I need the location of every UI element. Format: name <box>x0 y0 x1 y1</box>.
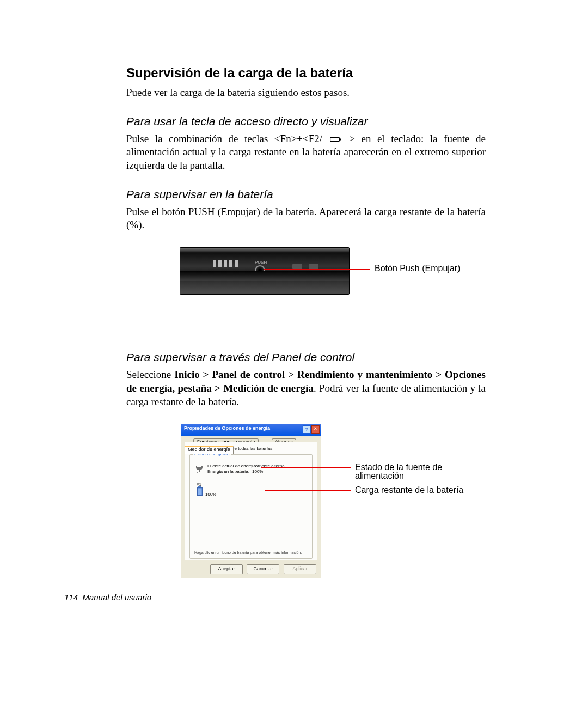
callout-push: Botón Push (Empujar) <box>375 264 460 273</box>
heading-main: Supervisión de la carga de la batería <box>126 65 486 81</box>
figure-dialog: Propiedades de Opciones de energía ? × C… <box>181 424 486 582</box>
callout-source: Estado de la fuente de alimentación <box>355 463 486 480</box>
paragraph-panel: Seleccione Inicio > Panel de control > R… <box>126 368 486 409</box>
callout-line-source <box>261 467 351 468</box>
tab-medidor[interactable]: Medidor de energía <box>185 446 234 454</box>
page-content: Supervisión de la carga de la batería Pu… <box>126 65 486 582</box>
svg-rect-4 <box>198 489 202 495</box>
svg-rect-0 <box>330 138 339 142</box>
dialog-window: Propiedades de Opciones de energía ? × C… <box>181 424 321 578</box>
battery-icon <box>330 136 342 143</box>
intro-paragraph: Puede ver la carga de la batería siguien… <box>126 86 486 100</box>
ok-button[interactable]: Aceptar <box>210 564 243 574</box>
value-charge: 100% <box>252 469 263 474</box>
dialog-title: Propiedades de Opciones de energía <box>184 425 270 431</box>
apply-button[interactable]: Aplicar <box>284 564 316 574</box>
panel-text-lead: Seleccione <box>126 369 174 380</box>
paragraph-battery: Pulse el botón PUSH (Empujar) de la bate… <box>126 205 486 232</box>
figure-battery: PUSH Botón Push (Empujar) <box>180 247 486 307</box>
subheading-battery: Para supervisar en la batería <box>126 188 486 201</box>
cancel-button[interactable]: Cancelar <box>247 564 279 574</box>
close-icon[interactable]: × <box>311 425 320 434</box>
value-source: Corriente alterna <box>252 464 285 469</box>
subheading-panel: Para supervisar a través del Panel de co… <box>126 351 486 364</box>
label-source: Fuente actual de energía: <box>207 464 257 469</box>
subheading-hotkey: Para usar la tecla de acceso directo y v… <box>126 115 486 128</box>
label-charge: Energía en la batería: <box>207 469 249 474</box>
groupbox-power-state: Estado energético Fuente actual de energ… <box>189 454 313 559</box>
panel-hint: Haga clic en un icono de batería para ob… <box>194 551 302 555</box>
hotkey-text-a: Pulse la combinación de teclas <Fn>+<F2/ <box>126 133 322 144</box>
push-label: PUSH <box>255 260 267 265</box>
battery-small-icon[interactable] <box>197 486 203 496</box>
page-footer: 114 Manual del usuario <box>64 593 151 602</box>
callout-charge: Carga restante de la batería <box>355 486 463 495</box>
page-number: 114 <box>64 593 78 602</box>
callout-line <box>264 269 370 270</box>
battery-illustration: PUSH <box>180 247 350 295</box>
svg-rect-1 <box>340 139 341 141</box>
help-icon[interactable]: ? <box>303 425 311 434</box>
footer-title: Manual del usuario <box>82 593 151 602</box>
dialog-panel: ✓Mostrar el estado de todas las baterías… <box>185 442 317 560</box>
plug-icon <box>195 465 203 473</box>
battery-percent: 100% <box>205 492 216 497</box>
paragraph-hotkey: Pulse la combinación de teclas <Fn>+<F2/… <box>126 132 486 173</box>
callout-line-charge <box>265 490 351 491</box>
dialog-buttons: Aceptar Cancelar Aplicar <box>207 564 316 574</box>
dialog-titlebar: Propiedades de Opciones de energía ? × <box>181 424 321 436</box>
